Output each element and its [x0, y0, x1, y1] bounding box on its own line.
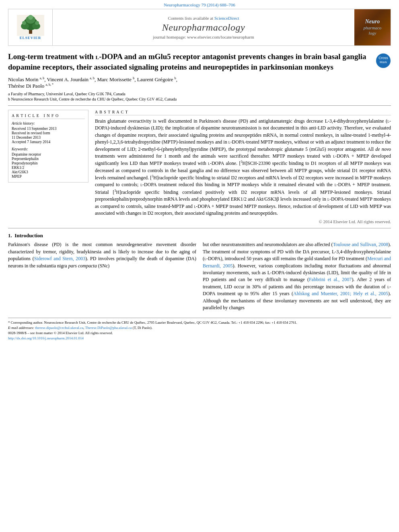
email-label: E-mail addresses:: [8, 326, 34, 330]
citation-text: Neuropharmacology 79 (2014) 688–706: [164, 2, 235, 7]
svg-text:Cross: Cross: [378, 56, 388, 60]
abstract-header: A B S T R A C T: [95, 110, 391, 115]
keyword-2: Preproenkephalin: [12, 157, 85, 161]
doi-link[interactable]: http://dx.doi.org/10.1016/j.neuropharm.2…: [8, 336, 84, 340]
affiliation-a: a Faculty of Pharmacy, Université Laval,…: [8, 92, 391, 96]
toulouse-ref[interactable]: Toulouse and Sullivan, 2008: [333, 242, 388, 247]
homepage-line: journal homepage: www.elsevier.com/locat…: [153, 35, 254, 39]
received-date: Received 13 September 2013: [12, 127, 85, 131]
elsevier-tree-graphic: [17, 15, 44, 36]
copyright-line: © 2014 Elsevier Ltd. All rights reserved…: [95, 219, 391, 224]
intro-left-text: Parkinson's disease (PD) is the most com…: [8, 241, 196, 269]
article-info-abstract-area: A R T I C L E I N F O Article history: R…: [8, 110, 391, 228]
authors-area: Nicolas Morin a, b, Vincent A. Jourdain …: [8, 76, 391, 89]
article-title: Long-term treatment with l-DOPA and an m…: [8, 51, 372, 72]
journal-header-center: Contents lists available at ScienceDirec…: [53, 9, 354, 45]
ldopa-smallcaps: l: [96, 52, 99, 61]
journal-title: Neuropharmacology: [162, 22, 245, 33]
crossmark-badge[interactable]: Cross Mark: [376, 53, 391, 68]
author-list: Nicolas Morin a, b, Vincent A. Jourdain …: [8, 76, 177, 89]
abstract-text: Brain glutamate overactivity is well doc…: [95, 118, 391, 217]
keywords-label: Keywords:: [12, 147, 85, 151]
journal-logo-text: Neuro pharmaco logy: [364, 18, 382, 36]
sciencedirect-link[interactable]: ScienceDirect: [214, 16, 239, 21]
keyword-6: MPEP: [12, 175, 85, 179]
svg-point-7: [35, 21, 39, 25]
keyword-5: Akt/GSK3: [12, 170, 85, 174]
intro-divider: [8, 228, 391, 228]
elsevier-logo-area: ELSEVIER: [8, 9, 53, 45]
keyword-1: Dopamine receptor: [12, 152, 85, 156]
accepted-date: Accepted 7 January 2014: [12, 140, 85, 144]
introduction-right-col: but other neurotransmitters and neuromod…: [203, 241, 391, 311]
footnotes-area: * Corresponding author. Neuroscience Res…: [8, 318, 391, 340]
elsevier-logo: ELSEVIER: [17, 15, 44, 40]
keyword-3: Preprodynorphin: [12, 161, 85, 165]
svg-point-8: [28, 15, 33, 20]
svg-point-6: [22, 21, 26, 25]
siderowf-ref[interactable]: Siderowf and Stern, 2003: [34, 256, 86, 261]
email-authors: (T, Di Paolo).: [133, 326, 152, 330]
received-revised-date: 11 December 2013: [12, 136, 85, 140]
article-history: Article history: Received 13 September 2…: [12, 121, 85, 144]
elsevier-wordmark: ELSEVIER: [20, 36, 41, 40]
affiliation-b: b Neuroscience Research Unit, Centre de …: [8, 97, 391, 101]
article-info-box: A R T I C L E I N F O Article history: R…: [8, 110, 88, 183]
right-column: A B S T R A C T Brain glutamate overacti…: [95, 110, 391, 228]
journal-cover-thumbnail: Neuro pharmaco logy: [354, 9, 391, 45]
section-divider: [8, 105, 391, 106]
email-2-link[interactable]: Therese.DiPaolo@pha.ulaval.ca: [85, 326, 132, 330]
introduction-header-area: 1. Introduction: [8, 232, 391, 239]
corresponding-author-note: * Corresponding author. Neuroscience Res…: [8, 320, 391, 325]
mercuri-ref[interactable]: Mercuri and Bernardi, 2005: [203, 256, 391, 268]
introduction-title: 1. Introduction: [8, 232, 391, 239]
contents-available-line: Contents lists available at ScienceDirec…: [168, 16, 239, 21]
introduction-body: Parkinson's disease (PD) is the most com…: [8, 241, 391, 311]
keywords-section: Keywords: Dopamine receptor Preproenkeph…: [12, 147, 85, 179]
article-history-label: Article history:: [12, 121, 85, 125]
article-info-header: A R T I C L E I N F O: [12, 113, 85, 119]
received-revised-label: Received in revised form: [12, 131, 85, 135]
keyword-4: ERK1/2: [12, 166, 85, 170]
svg-text:Mark: Mark: [380, 60, 387, 64]
email-1-link[interactable]: therese.dipaolo@crchul.ulaval.ca: [35, 326, 83, 330]
contents-text: Contents lists available at: [168, 16, 213, 21]
email-line: E-mail addresses: therese.dipaolo@crchul…: [8, 326, 391, 330]
issn-line: 0028-3908/$ – see front matter © 2014 El…: [8, 331, 391, 335]
fabbrini-ref[interactable]: Fabbrini et al., 2007: [309, 277, 352, 282]
abstract-section: A B S T R A C T Brain glutamate overacti…: [95, 110, 391, 224]
journal-header: ELSEVIER Contents lists available at Sci…: [8, 9, 391, 46]
intro-right-text: but other neurotransmitters and neuromod…: [203, 241, 391, 311]
introduction-left-col: Parkinson's disease (PD) is the most com…: [8, 241, 196, 311]
affiliations-area: a Faculty of Pharmacy, Université Laval,…: [8, 92, 391, 101]
ahlskog-ref[interactable]: Ahlskog and Muenter, 2001; Hely et al., …: [293, 291, 388, 296]
article-title-area: Long-term treatment with l-DOPA and an m…: [8, 51, 391, 72]
doi-line: http://dx.doi.org/10.1016/j.neuropharm.2…: [8, 336, 391, 340]
left-column: A R T I C L E I N F O Article history: R…: [8, 110, 88, 228]
journal-citation: Neuropharmacology 79 (2014) 688–706: [0, 0, 399, 9]
